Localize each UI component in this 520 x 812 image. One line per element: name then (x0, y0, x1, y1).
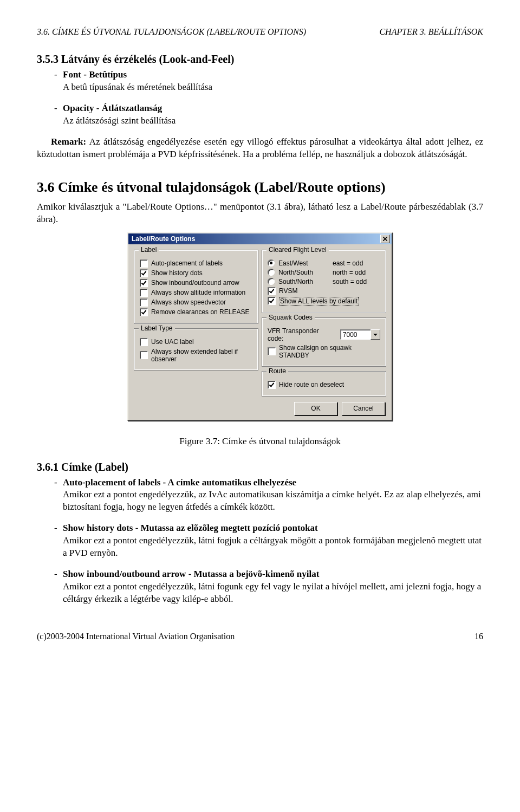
footer-left: (c)2003-2004 International Virtual Aviat… (37, 632, 235, 641)
group-squawk-codes: Squawk Codes VFR Transponder code: 7000 … (262, 317, 386, 367)
checkbox-label: Use UAC label (151, 338, 194, 346)
radio-label: East/West (278, 259, 333, 267)
item-history-dots-head: Show history dots - Mutassa az elõzõleg … (63, 523, 318, 533)
checkbox-always-show-extended-label-if-observer[interactable] (140, 351, 148, 359)
group-route: Route Hide route on deselect (262, 371, 386, 397)
checkbox-show-callsign-standby-label: Show callsign on squawk STANDBY (279, 344, 380, 359)
checkbox-use-uac-label[interactable] (140, 338, 148, 346)
item-opacity-body: Az átlátszósági szint beállítása (63, 115, 176, 126)
dialog-title-bar[interactable]: Label/Route Options (128, 233, 392, 244)
checkbox-show-all-levels-by-default[interactable] (268, 297, 276, 305)
radio-hint: south = odd (333, 278, 380, 285)
header-left: 3.6. CÍMKE ÉS ÚTVONAL TULAJDONSÁGOK (LAB… (37, 27, 306, 37)
heading-3-5-3: 3.5.3 Látvány és érzékelés (Look-and-Fee… (37, 53, 483, 66)
checkbox-rvsm[interactable] (268, 287, 276, 295)
checkbox-hide-route-on-deselect[interactable] (268, 381, 276, 389)
checkbox-auto-placement-of-labels[interactable] (140, 259, 148, 268)
vfr-code-dropdown-button[interactable] (370, 329, 380, 340)
page-header: 3.6. CÍMKE ÉS ÚTVONAL TULAJDONSÁGOK (LAB… (37, 27, 483, 37)
radio-label: South/North (278, 278, 333, 285)
checkbox-label: Always show altitude information (151, 289, 245, 296)
remark-text: Az átlátszóság engedélyezése esetén egy … (37, 137, 483, 159)
figure-caption: Figure 3.7: Címke és útvonal tulajdonság… (37, 436, 483, 447)
item-inout-arrow-head: Show inbound/outbound arrow - Mutassa a … (63, 569, 319, 579)
checkbox-label: Auto-placement of labels (151, 259, 223, 267)
item-inout-arrow-body: Amikor ezt a pontot engedélyezzük, látni… (63, 581, 481, 604)
chevron-down-icon (373, 334, 378, 336)
checkbox-label: Show inbound/outbound arrow (151, 279, 239, 287)
radio-hint: east = odd (333, 259, 380, 267)
group-route-title: Route (266, 367, 288, 375)
radio-south-north[interactable] (268, 278, 275, 285)
dialog-title: Label/Route Options (132, 235, 195, 243)
footer-page-number: 16 (474, 632, 483, 641)
checkbox-hide-route-on-deselect-label: Hide route on deselect (279, 381, 344, 388)
radio-east-west[interactable] (268, 259, 275, 267)
group-squawk-title: Squawk Codes (266, 314, 315, 321)
cancel-button[interactable]: Cancel (342, 402, 385, 415)
checkbox-always-show-altitude-information[interactable] (140, 289, 148, 297)
item-autoplace-body: Amikor ezt a pontot engedélyezzük, az Iv… (63, 489, 481, 512)
item-opacity-head: Opacity - Átlátszatlanság (63, 103, 162, 113)
list-3-5-3: Font - Betûtípus A betû típusának és mér… (37, 69, 483, 127)
heading-3-6: 3.6 Címke és útvonal tulajdonságok (Labe… (37, 179, 483, 196)
checkbox-label: Remove clearances on RELEASE (151, 308, 249, 316)
checkbox-show-inbound-outbound-arrow[interactable] (140, 279, 148, 287)
close-button[interactable] (380, 235, 390, 243)
page-footer: (c)2003-2004 International Virtual Aviat… (37, 632, 483, 641)
header-right: CHAPTER 3. BEÁLLÍTÁSOK (379, 27, 483, 37)
vfr-code-input[interactable]: 7000 (340, 329, 371, 340)
radio-label: North/South (278, 269, 333, 276)
intro-3-6: Amikor kiválasztjuk a "Label/Route Optio… (37, 201, 483, 226)
remark-label: Remark: (51, 137, 86, 147)
ok-button[interactable]: OK (294, 402, 337, 415)
item-autoplace-head: Auto-placement of labels - A címke autom… (63, 477, 296, 488)
checkbox-label: Show history dots (151, 269, 203, 277)
checkbox-label: Show ALL levels by default (279, 297, 359, 306)
checkbox-show-history-dots[interactable] (140, 269, 148, 277)
group-label-type-title: Label Type (139, 324, 175, 332)
checkbox-show-callsign-standby[interactable] (268, 347, 276, 355)
radio-hint: north = odd (333, 269, 380, 276)
checkbox-label: Always show speedvector (151, 298, 226, 306)
group-label-title: Label (139, 246, 159, 254)
checkbox-always-show-speedvector[interactable] (140, 298, 148, 307)
checkbox-remove-clearances-on-release[interactable] (140, 308, 148, 316)
remark-block: Remark: Az átlátszóság engedélyezése ese… (37, 136, 483, 161)
checkbox-label: RVSM (279, 287, 297, 295)
vfr-code-label: VFR Transponder code: (268, 327, 336, 342)
item-font-body: A betû típusának és méretének beállítása (63, 82, 212, 92)
group-label: Label Auto-placement of labelsShow histo… (134, 250, 258, 324)
list-3-6-1: Auto-placement of labels - A címke autom… (37, 477, 483, 606)
label-route-dialog: Label/Route Options Label Auto-placement… (127, 232, 393, 421)
group-label-type: Label Type Use UAC labelAlways show exte… (134, 328, 258, 371)
group-cleared-flight-level: Cleared Flight Level East/Westeast = odd… (262, 250, 386, 313)
checkbox-label: Always show extended label if observer (151, 348, 252, 363)
item-font-head: Font - Betûtípus (63, 69, 127, 80)
item-history-dots-body: Amikor ezt a pontot engedélyezzük, látni… (63, 535, 482, 558)
group-cfl-title: Cleared Flight Level (266, 246, 329, 254)
radio-north-south[interactable] (268, 269, 275, 276)
close-icon (383, 237, 387, 241)
heading-3-6-1: 3.6.1 Címke (Label) (37, 461, 483, 473)
